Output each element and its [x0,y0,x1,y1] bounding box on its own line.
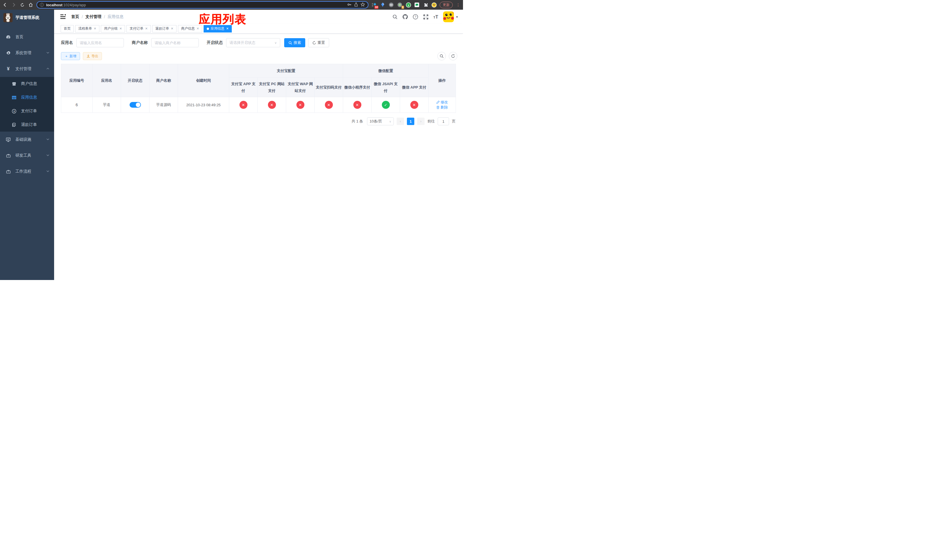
close-icon[interactable]: ✕ [226,27,228,30]
briefcase-icon [6,169,11,174]
tab-process-form[interactable]: 流程表单✕ [75,25,99,32]
tab-label: 首页 [64,26,71,31]
tab-pay-order[interactable]: 支付订单✕ [126,25,151,32]
sidebar-item-system[interactable]: 系统管理 [0,45,54,61]
extensions-puzzle-icon[interactable] [422,2,428,8]
extension-chat-icon[interactable] [414,2,420,8]
store-icon [11,82,17,86]
close-icon[interactable]: ✕ [197,27,199,30]
close-icon[interactable]: ✕ [171,27,173,30]
tab-user-group[interactable]: 用户分组✕ [101,25,125,32]
breadcrumb-separator: / [82,15,83,19]
document-icon [11,123,17,127]
add-button-label: 新增 [70,54,76,59]
sidebar-toggle-icon[interactable] [60,14,66,20]
top-navbar: 首页 / 支付管理 / 应用信息 ? [54,10,463,24]
sidebar-item-app-info[interactable]: 应用信息 [0,91,54,104]
font-size-icon[interactable]: TT [433,14,439,20]
user-menu[interactable]: ▼ [443,11,458,22]
export-button[interactable]: 导出 [83,52,102,60]
extension-command-icon[interactable] [388,2,394,8]
close-icon[interactable]: ✕ [145,27,147,30]
help-icon[interactable]: ? [412,14,419,20]
refresh-icon-button[interactable] [449,52,457,61]
sidebar-item-label: 商户信息 [21,81,50,86]
status-select[interactable]: 请选择开启状态 ∨ [226,38,280,47]
browser-reload-icon[interactable] [20,2,25,8]
profile-emoji-icon[interactable] [431,2,437,8]
sidebar-item-infra[interactable]: 基础设施 [0,132,54,148]
cell-alipay-qr: ✕ [315,97,343,113]
app-title: 芋道管理系统 [15,15,39,20]
sidebar-item-merchant-info[interactable]: 商户信息 [0,77,54,91]
col-alipay-wap: 支付宝 WAP 网站支付 [286,78,315,97]
page-size-select[interactable]: 10条/页 ∨ [367,117,394,125]
sidebar-item-workflow[interactable]: 工作流程 [0,163,54,179]
reset-button[interactable]: 重置 [308,38,329,47]
sidebar-item-label: 应用信息 [21,95,50,100]
edit-label: 修改 [440,100,448,105]
extension-balloon-icon[interactable] [380,2,386,8]
user-avatar[interactable] [443,11,454,22]
extension-record-icon[interactable]: 1 [397,2,402,8]
sidebar-item-pay-order[interactable]: ¥ 支付订单 [0,104,54,118]
cell-app-name: 芋道 [92,97,121,113]
url-host: localhost [46,3,62,7]
delete-link[interactable]: 删除 [436,105,448,110]
sidebar-item-dev-tools[interactable]: 研发工具 [0,148,54,163]
close-icon[interactable]: ✕ [119,27,122,30]
github-icon[interactable] [402,14,409,20]
add-button[interactable]: ＋ 新增 [61,52,80,60]
goto-page-input[interactable] [438,117,449,125]
breadcrumb-pay[interactable]: 支付管理 [85,14,101,20]
svg-text:T: T [433,16,436,19]
search-button[interactable]: 搜索 [284,38,305,47]
browser-back-icon[interactable] [2,2,8,8]
sidebar-logo[interactable]: 芋道管理系统 [0,10,54,26]
browser-forward-icon[interactable] [11,2,17,8]
tab-refund-order[interactable]: 退款订单✕ [152,25,177,32]
share-icon[interactable] [354,2,358,8]
wechat-app-status-icon: ✕ [410,101,418,109]
fullscreen-icon[interactable] [422,14,429,20]
extension-y-icon[interactable]: y [406,2,411,8]
browser-menu-icon[interactable]: ⋮ [455,3,461,7]
svg-text:¥: ¥ [14,110,15,112]
sidebar-item-refund-order[interactable]: 退款订单 [0,118,54,132]
site-info-icon[interactable]: i [40,3,44,7]
cell-wechat-jsapi: ✓ [372,97,400,113]
table-toolbar: ＋ 新增 导出 [61,52,457,61]
delete-label: 删除 [440,105,448,110]
active-dot [207,28,209,30]
navbar-actions: ? TT ▼ [392,11,458,22]
next-page-button[interactable]: › [417,118,425,125]
cell-created: 2021-10-23 08:49:25 [178,97,229,113]
breadcrumb-separator: / [104,15,105,19]
browser-home-icon[interactable] [28,2,33,8]
password-key-icon[interactable] [347,2,352,8]
cell-merchant: 芋道源码 [150,97,178,113]
browser-update-button[interactable]: 更新 [440,2,453,8]
sidebar-item-pay[interactable]: ¥ 支付管理 [0,61,54,77]
chevron-down-icon: ∨ [389,120,391,123]
page-number-1[interactable]: 1 [407,118,414,125]
address-bar[interactable]: i localhost:1024/pay/app [36,1,368,9]
merchant-name-input[interactable] [151,38,199,47]
row-status-switch[interactable] [130,102,141,107]
search-icon[interactable] [392,14,398,20]
breadcrumb-home[interactable]: 首页 [71,14,79,20]
search-form: 应用名 商户名称 开启状态 请选择开启状态 ∨ 搜索 重置 [61,38,457,47]
tab-home[interactable]: 首页 [61,25,74,32]
extension-diamond-icon[interactable]: 10 [371,2,377,8]
bookmark-star-icon[interactable] [360,2,365,8]
url-text[interactable]: localhost:1024/pay/app [46,3,345,7]
cell-alipay-pc: ✕ [258,97,286,113]
close-icon[interactable]: ✕ [94,27,96,30]
sidebar-item-home[interactable]: 首页 [0,29,54,45]
show-search-icon-button[interactable] [437,52,446,61]
sidebar-item-label: 首页 [15,35,50,39]
edit-link[interactable]: 修改 [436,100,448,105]
app-name-input[interactable] [76,38,124,47]
tab-label: 退款订单 [156,26,169,31]
prev-page-button[interactable]: ‹ [396,118,404,125]
